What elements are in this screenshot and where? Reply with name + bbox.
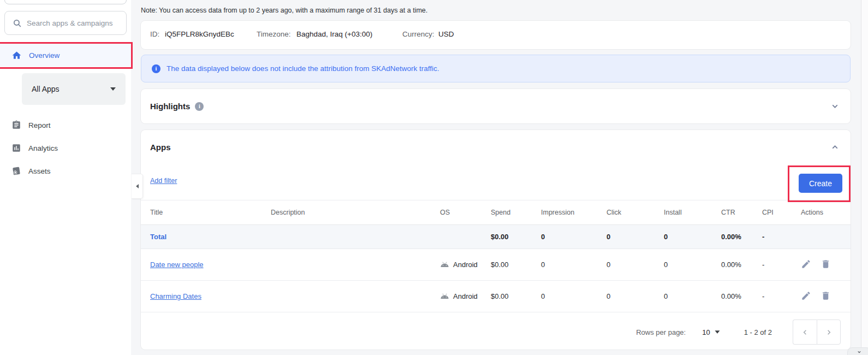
cell-spend: $0.00: [487, 292, 538, 300]
cell-ctr: 0.00%: [718, 292, 759, 300]
home-icon: [11, 50, 22, 61]
cell-spend: $0.00: [487, 233, 538, 241]
cell-os: Android: [437, 261, 487, 269]
cell-ctr: 0.00%: [718, 261, 759, 269]
cell-install: 0: [661, 261, 718, 269]
table-header-row: Title Description OS Spend Impression Cl…: [141, 200, 851, 225]
skadnetwork-info-banner: i The data displayed below does not incl…: [141, 55, 851, 82]
sidebar-item-assets[interactable]: Assets: [0, 159, 131, 182]
sidebar-item-label: Assets: [28, 167, 51, 175]
android-icon: [440, 261, 449, 268]
col-header-ctr: CTR: [718, 209, 759, 216]
sidebar: Search apps & campaigns Overview All App…: [0, 0, 131, 355]
apps-section-header: Apps: [141, 130, 851, 164]
search-icon: [13, 19, 22, 28]
sidebar-partial-widget: [4, 0, 127, 4]
highlights-section: Highlights i: [141, 89, 851, 123]
cell-click: 0: [603, 261, 661, 269]
cell-install: 0: [661, 292, 718, 300]
col-header-title: Title: [141, 209, 267, 216]
caret-down-icon: [110, 87, 116, 91]
id-label: ID:: [150, 30, 159, 38]
app-filter-dropdown[interactable]: All Apps: [22, 73, 126, 105]
search-placeholder: Search apps & campaigns: [27, 19, 113, 27]
cell-ctr: 0.00%: [718, 233, 759, 241]
cell-install: 0: [661, 233, 718, 241]
timezone-label: Timezone:: [257, 30, 291, 38]
next-page-button[interactable]: [817, 319, 841, 345]
sidebar-item-label: Analytics: [28, 144, 58, 152]
search-input[interactable]: Search apps & campaigns: [4, 11, 127, 35]
prev-page-button[interactable]: [793, 319, 817, 345]
rows-per-page-label: Rows per page:: [636, 328, 686, 336]
collapse-left-icon: [136, 184, 139, 188]
table-row: Date new people Android $0.00 0 0 0 0.00…: [141, 249, 851, 281]
timezone-value: Baghdad, Iraq (+03:00): [296, 30, 372, 38]
cell-actions: [794, 259, 851, 271]
delete-trash-icon[interactable]: [821, 259, 831, 271]
col-header-actions: Actions: [794, 209, 851, 216]
data-access-note: Note: You can access data from up to 2 y…: [141, 7, 796, 14]
app-title-link[interactable]: Charming Dates: [150, 292, 201, 300]
bar-chart-icon: [11, 143, 21, 153]
col-header-impression: Impression: [538, 209, 603, 216]
os-label: Android: [453, 292, 478, 300]
currency-label: Currency:: [402, 30, 435, 38]
app-title-link[interactable]: Date new people: [150, 261, 204, 269]
table-row-total: Total $0.00 0 0 0 0.00% -: [141, 225, 851, 249]
sidebar-item-report[interactable]: Report: [0, 114, 131, 137]
apps-section: Apps Add filter Create Title Description…: [141, 130, 851, 350]
chevron-down-icon: [856, 350, 863, 354]
table-row: Charming Dates Android $0.00 0 0 0 0.00%…: [141, 281, 851, 312]
cell-spend: $0.00: [487, 261, 538, 269]
rows-per-page-value[interactable]: 10: [702, 328, 710, 336]
col-header-install: Install: [661, 209, 718, 216]
edit-pencil-icon[interactable]: [801, 291, 811, 303]
cell-impression: 0: [538, 233, 603, 241]
col-header-description: Description: [267, 209, 437, 216]
banner-text: The data displayed below does not includ…: [167, 64, 439, 73]
account-info-bar: ID: iQ5FPLR8kGnydEBc Timezone: Baghdad, …: [141, 21, 851, 49]
sidebar-collapse-button[interactable]: [132, 174, 143, 199]
feedback-collapse-tab[interactable]: [847, 347, 868, 355]
apps-table: Title Description OS Spend Impression Cl…: [141, 200, 851, 312]
android-icon: [440, 293, 449, 300]
col-header-click: Click: [603, 209, 661, 216]
cell-impression: 0: [538, 292, 603, 300]
cell-cpi: -: [759, 233, 794, 241]
currency-value: USD: [438, 30, 454, 38]
info-icon: i: [152, 64, 160, 73]
sidebar-item-analytics[interactable]: Analytics: [0, 137, 131, 159]
create-button[interactable]: Create: [799, 174, 842, 193]
cell-click: 0: [603, 233, 661, 241]
sidebar-item-overview[interactable]: Overview: [0, 44, 131, 67]
app-canvas: Search apps & campaigns Overview All App…: [0, 0, 868, 355]
sidebar-item-label: Overview: [29, 51, 60, 60]
caret-down-icon[interactable]: [715, 330, 720, 333]
cell-os: Android: [437, 292, 487, 300]
cell-impression: 0: [538, 261, 603, 269]
edit-pencil-icon[interactable]: [801, 259, 811, 271]
pagination-range: 1 - 2 of 2: [744, 328, 772, 336]
cell-cpi: -: [759, 261, 794, 269]
attachment-icon: [11, 166, 21, 176]
clipboard-icon: [11, 120, 21, 130]
chevron-up-icon[interactable]: [830, 143, 840, 152]
cell-actions: [794, 291, 851, 303]
chevron-down-icon[interactable]: [830, 102, 840, 111]
scrollbar-track[interactable]: [861, 0, 868, 355]
cell-cpi: -: [759, 292, 794, 300]
info-icon: i: [195, 102, 204, 111]
col-header-cpi: CPI: [759, 209, 794, 216]
add-filter-link[interactable]: Add filter: [150, 177, 177, 185]
os-label: Android: [453, 261, 478, 269]
delete-trash-icon[interactable]: [821, 291, 831, 303]
cell-click: 0: [603, 292, 661, 300]
sidebar-item-label: Report: [28, 121, 51, 129]
total-label[interactable]: Total: [141, 233, 267, 241]
highlights-title: Highlights: [150, 102, 190, 111]
app-filter-value: All Apps: [32, 85, 110, 93]
col-header-spend: Spend: [487, 209, 538, 216]
apps-title: Apps: [150, 143, 171, 152]
table-pagination: Rows per page: 10 1 - 2 of 2: [141, 315, 851, 350]
